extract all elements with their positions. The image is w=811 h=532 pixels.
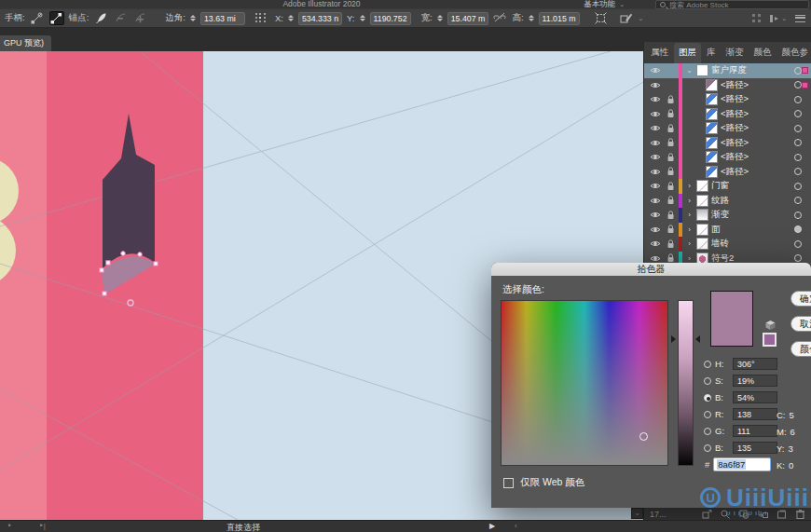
layer-thumbnail[interactable] [706, 79, 718, 91]
visibility-toggle[interactable] [649, 168, 662, 176]
visibility-toggle[interactable] [649, 254, 662, 263]
layer-thumbnail[interactable] [706, 108, 718, 120]
layer-row[interactable]: ›门窗 [644, 179, 811, 194]
web-colors-checkbox[interactable] [503, 478, 514, 488]
height-input[interactable]: 11.015 m [539, 12, 580, 25]
blue-input[interactable]: 135 [733, 442, 777, 454]
transform-button[interactable] [594, 11, 609, 25]
isolate-selection-button[interactable] [619, 11, 634, 25]
layer-row[interactable]: <路径> [644, 107, 811, 122]
layer-target-icon[interactable] [794, 225, 802, 233]
cancel-button[interactable]: 取消 [790, 316, 811, 332]
slider-marker-right[interactable] [695, 335, 700, 343]
layer-row[interactable]: <路径> [644, 165, 811, 180]
green-radio[interactable] [704, 428, 711, 435]
corner-stepper[interactable] [190, 15, 196, 21]
expand-chevron-icon[interactable]: › [685, 225, 694, 234]
layer-name[interactable]: <路径> [721, 108, 791, 120]
layer-name[interactable]: <路径> [721, 137, 791, 149]
slider-marker-left[interactable] [671, 335, 676, 343]
tab-layers[interactable]: 图层 [674, 43, 701, 63]
layer-target-icon[interactable] [794, 110, 802, 117]
visibility-toggle[interactable] [649, 110, 662, 118]
layer-name[interactable]: 面 [711, 224, 791, 236]
chevron-down-icon[interactable]: ⌄ [639, 15, 644, 22]
layer-target-icon[interactable] [794, 139, 802, 146]
panel-menu-icon[interactable] [795, 15, 805, 22]
scroll-down-button[interactable]: ⌄ [631, 508, 643, 519]
layer-thumbnail[interactable] [706, 137, 718, 149]
lock-toggle[interactable] [665, 138, 676, 147]
add-anchor-button[interactable] [132, 11, 147, 25]
handle-style-button-2[interactable] [49, 11, 64, 25]
height-stepper[interactable] [529, 15, 534, 21]
lock-toggle[interactable] [665, 95, 676, 104]
brightness-slider[interactable] [678, 300, 694, 466]
tab-color[interactable]: 颜色 [749, 43, 777, 63]
layer-target-icon[interactable] [794, 125, 802, 132]
stock-search-input[interactable]: 搜索 Adobe Stock [655, 0, 809, 9]
red-input[interactable]: 138 [733, 408, 777, 420]
saturation-radio[interactable] [704, 377, 711, 385]
blue-radio[interactable] [704, 444, 711, 452]
layer-name[interactable]: 墙砖 [711, 238, 791, 250]
layer-row[interactable]: ›纹路 [644, 194, 811, 209]
lock-toggle[interactable] [665, 253, 676, 263]
corner-input[interactable]: 13.63 mi [200, 12, 245, 25]
history-forward-icon[interactable]: ‣| [39, 522, 46, 530]
layer-row[interactable]: <路径> [644, 78, 811, 93]
lock-toggle[interactable] [665, 153, 676, 162]
dialog-title[interactable]: 拾色器 [491, 263, 811, 276]
layer-thumbnail[interactable] [696, 238, 708, 250]
color-swatches-button[interactable]: 颜色库 [790, 341, 811, 357]
layer-selection-indicator[interactable] [802, 67, 808, 74]
play-icon[interactable]: ▶ [489, 522, 495, 530]
dock-panel-button[interactable]: ⌄ [769, 14, 787, 23]
y-input[interactable]: 1190.752 [370, 12, 411, 25]
layer-target-icon[interactable] [794, 154, 802, 161]
chevron-left-icon[interactable]: ‹ [515, 522, 517, 530]
layer-target-icon[interactable] [794, 67, 802, 75]
lock-toggle[interactable] [665, 225, 676, 234]
saturation-input[interactable]: 19% [733, 375, 777, 387]
visibility-toggle[interactable] [649, 225, 662, 234]
y-stepper[interactable] [360, 15, 365, 21]
red-radio[interactable] [704, 411, 711, 418]
width-stepper[interactable] [437, 15, 443, 21]
visibility-toggle[interactable] [649, 81, 662, 89]
lock-toggle[interactable] [665, 239, 676, 249]
color-field[interactable] [501, 300, 668, 466]
layer-selection-indicator[interactable] [802, 82, 808, 89]
lock-toggle[interactable] [665, 211, 676, 220]
visibility-toggle[interactable] [649, 239, 662, 248]
width-input[interactable]: 15.407 m [447, 12, 489, 25]
hue-radio[interactable] [704, 361, 711, 368]
layer-row[interactable]: <路径> [644, 121, 811, 136]
visibility-toggle[interactable] [649, 139, 662, 147]
lock-toggle[interactable] [665, 124, 676, 133]
brightness-input[interactable]: 54% [733, 391, 777, 403]
color-field-cursor[interactable] [639, 432, 648, 441]
layer-target-icon[interactable] [794, 168, 802, 175]
web-safe-swatch[interactable] [763, 333, 777, 347]
handle-style-button-1[interactable] [30, 11, 45, 25]
layer-name[interactable]: 渐变 [711, 209, 791, 221]
tab-libraries[interactable]: 库 [702, 43, 721, 63]
layer-target-icon[interactable] [794, 254, 802, 262]
visibility-toggle[interactable] [649, 182, 662, 190]
visibility-toggle[interactable] [649, 211, 662, 219]
tab-gradient[interactable]: 渐变 [722, 43, 749, 63]
layer-name[interactable]: <路径> [721, 151, 791, 163]
expand-chevron-icon[interactable]: › [685, 239, 694, 248]
tab-color-guide[interactable]: 颜色参 [777, 43, 811, 63]
layer-target-icon[interactable] [794, 211, 802, 219]
layer-thumbnail[interactable] [696, 64, 708, 76]
lock-toggle[interactable] [665, 182, 676, 191]
expand-chevron-icon[interactable]: ⌄ [685, 66, 694, 75]
convert-anchor-button[interactable] [93, 11, 108, 25]
layer-name[interactable]: <路径> [721, 93, 791, 105]
layer-row[interactable]: ⌄窗户厚度 [644, 63, 811, 78]
expand-chevron-icon[interactable]: › [685, 211, 694, 219]
layer-row[interactable]: <路径> [644, 92, 811, 107]
history-back-icon[interactable]: ‣ [7, 522, 12, 530]
